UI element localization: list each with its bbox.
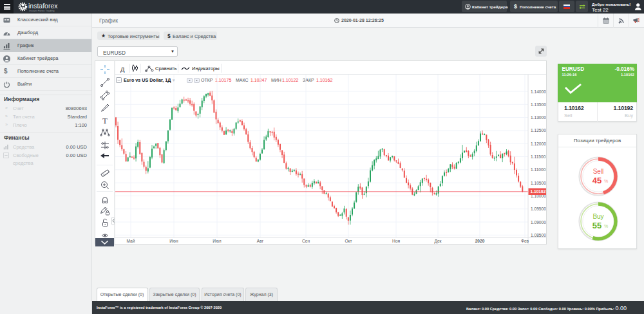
- svg-text:55: 55: [592, 221, 601, 230]
- svg-text:1.11000: 1.11000: [531, 167, 546, 172]
- svg-text:Авг: Авг: [257, 239, 264, 243]
- svg-text:1.09500: 1.09500: [531, 207, 546, 211]
- svg-text:Sell: Sell: [592, 168, 603, 175]
- svg-text:Июл: Июл: [213, 239, 222, 243]
- svg-text:1.10162: 1.10162: [531, 189, 546, 194]
- svg-text:Ноя: Ноя: [392, 239, 400, 243]
- svg-text:Окт: Окт: [345, 239, 352, 243]
- svg-text:Дек: Дек: [434, 239, 441, 244]
- svg-text:1.09000: 1.09000: [531, 220, 546, 225]
- svg-text:1.12500: 1.12500: [531, 128, 546, 133]
- svg-text:1.13500: 1.13500: [531, 102, 546, 107]
- svg-text:45: 45: [592, 176, 601, 185]
- svg-text:2020: 2020: [475, 239, 485, 243]
- svg-text:1.11500: 1.11500: [531, 154, 546, 159]
- svg-text:Май: Май: [127, 239, 135, 243]
- svg-text:Фев: Фев: [521, 239, 529, 243]
- svg-text:%: %: [604, 179, 608, 183]
- svg-text:Buy: Buy: [592, 213, 603, 220]
- svg-text:1.08500: 1.08500: [531, 233, 546, 237]
- svg-text:%: %: [604, 224, 608, 228]
- svg-text:1.12000: 1.12000: [531, 142, 546, 146]
- svg-text:1.14000: 1.14000: [531, 89, 546, 94]
- svg-text:Июн: Июн: [169, 239, 178, 243]
- svg-text:1.10500: 1.10500: [531, 181, 546, 185]
- svg-text:1.13000: 1.13000: [531, 115, 546, 120]
- svg-text:Сен: Сен: [302, 239, 310, 243]
